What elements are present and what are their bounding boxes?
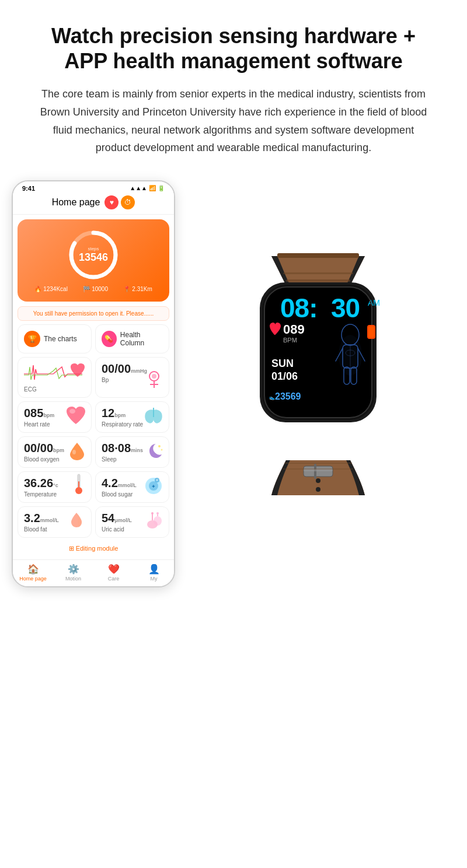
sleep-item[interactable]: 08·08mins Sleep (95, 436, 169, 468)
svg-point-50 (316, 487, 320, 492)
svg-point-24 (156, 512, 159, 514)
watch-side-button-svg (367, 320, 379, 344)
uric-icon (142, 508, 165, 534)
steps-value: 13546 (79, 251, 108, 264)
fat-uric-row: 3.2mmol/L Blood fat 54μmol/L (13, 506, 174, 538)
location-icon: 📍 (123, 286, 130, 292)
permission-banner: You still have permission to open it. Pl… (18, 306, 169, 321)
fat-item[interactable]: 3.2mmol/L Blood fat (18, 506, 92, 538)
distance-value: 2.31Km (132, 286, 152, 292)
steps-center: steps 13546 (79, 246, 108, 264)
goal-value: 10000 (92, 286, 108, 292)
steps-ring: steps 13546 (67, 229, 120, 281)
temp-sugar-row: 36.26°c Temperature 4.2mmol/L (13, 471, 174, 503)
calories-stat: 🔥 1234Kcal (34, 286, 68, 292)
svg-rect-25 (277, 253, 359, 258)
nav-my[interactable]: 👤 My (134, 564, 174, 582)
svg-point-9 (158, 445, 161, 447)
svg-point-49 (316, 478, 320, 483)
battery-icon: 🔋 (158, 185, 165, 191)
bp-item[interactable]: 00/00mmHg Bp (95, 357, 169, 398)
svg-text:SUN: SUN (271, 358, 294, 369)
care-nav-label: Care (108, 576, 120, 582)
health-column-label: Health Column (120, 331, 163, 347)
flag-icon: 🏁 (83, 286, 90, 292)
header-section: Watch precision sensing hardware + APP h… (0, 0, 467, 169)
uric-item[interactable]: 54μmol/L Uric acid (95, 506, 169, 538)
bottom-nav: 🏠 Home page ⚙️ Motion ❤️ Care 👤 My (13, 559, 174, 586)
bp-icon (143, 369, 165, 394)
ecg-item[interactable]: ECG (18, 357, 92, 398)
ecg-heart (69, 362, 86, 381)
grid-icon: ⊞ (69, 545, 76, 552)
my-nav-icon: 👤 (148, 564, 160, 575)
svg-text:01/06: 01/06 (271, 370, 298, 382)
steps-stats: 🔥 1234Kcal 🏁 10000 📍 2.31Km (27, 286, 160, 292)
resp-unit: bpm (114, 412, 126, 418)
phone-header: Home page ♥ ⏱ (13, 193, 174, 215)
svg-rect-57 (368, 326, 374, 338)
charts-health-row: 🏆 The charts 💊 Health Column (13, 324, 174, 354)
svg-rect-27 (283, 272, 353, 274)
heart-resp-row: 085bpm Heart rate 12bpm (13, 401, 174, 433)
my-nav-label: My (151, 576, 158, 582)
content-area: 9:41 ▲▲▲ 📶 🔋 Home page ♥ ⏱ (0, 169, 467, 611)
signal-icon: ▲▲▲ (130, 185, 147, 191)
status-bar: 9:41 ▲▲▲ 📶 🔋 (13, 181, 174, 193)
home-page-label: Home page (52, 197, 100, 208)
wifi-icon: 📶 (149, 185, 156, 191)
header-icon-1: ♥ (104, 195, 119, 209)
moon-icon (144, 440, 165, 464)
heart-icon (64, 405, 88, 429)
phone-mockup: 9:41 ▲▲▲ 📶 🔋 Home page ♥ ⏱ (12, 180, 175, 587)
svg-text:08:: 08: (280, 293, 317, 323)
svg-text:👟: 👟 (269, 394, 275, 400)
svg-text:BPM: BPM (283, 337, 297, 344)
svg-rect-26 (286, 279, 350, 282)
care-nav-icon: ❤️ (108, 564, 120, 575)
svg-text:+: + (152, 484, 155, 489)
svg-point-10 (161, 449, 163, 450)
svg-point-20 (154, 516, 162, 526)
svg-text:30: 30 (331, 293, 360, 323)
watch-area: 08: 30 AM 089 BPM (181, 180, 455, 542)
steps-card: steps 13546 🔥 1234Kcal 🏁 10000 📍 2.31Km (18, 219, 169, 302)
charts-icon: 🏆 (24, 331, 40, 347)
home-nav-icon: 🏠 (27, 564, 39, 575)
header-icon-2: ⏱ (121, 195, 135, 209)
heart-item[interactable]: 085bpm Heart rate (18, 401, 92, 433)
subtitle-text: The core team is mainly from senior expe… (35, 85, 432, 156)
svg-point-7 (69, 409, 75, 414)
status-icons: ▲▲▲ 📶 🔋 (130, 185, 165, 191)
spo2-sleep-row: 00/00bpm Blood oxygen 08·08mins (13, 436, 174, 468)
distance-stat: 📍 2.31Km (123, 286, 152, 292)
svg-point-23 (151, 512, 154, 514)
thermometer-icon (70, 472, 88, 499)
nav-care[interactable]: ❤️ Care (93, 564, 134, 582)
ecg-row: ECG 00/00mmHg Bp (13, 357, 174, 398)
heart-unit: bpm (43, 412, 54, 418)
svg-point-8 (72, 450, 76, 454)
lungs-icon (142, 405, 165, 429)
editing-module[interactable]: ⊞ Editing module (13, 541, 174, 556)
health-icon: 💊 (102, 331, 117, 347)
ecg-label: ECG (24, 386, 85, 393)
charts-item[interactable]: 🏆 The charts (18, 324, 92, 354)
status-time: 9:41 (22, 185, 35, 192)
spo2-item[interactable]: 00/00bpm Blood oxygen (18, 436, 92, 468)
steps-ring-container: steps 13546 (27, 229, 160, 281)
goal-stat: 🏁 10000 (83, 286, 108, 292)
motion-nav-label: Motion (65, 576, 81, 582)
svg-point-17 (156, 479, 158, 481)
steps-label: steps (79, 246, 108, 251)
resp-item[interactable]: 12bpm Respiratory rate (95, 401, 169, 433)
temp-item[interactable]: 36.26°c Temperature (18, 471, 92, 503)
svg-text:23569: 23569 (275, 391, 301, 401)
watch-container: 08: 30 AM 089 BPM (196, 250, 441, 542)
main-title: Watch precision sensing hardware + APP h… (35, 23, 432, 74)
sugar-item[interactable]: 4.2mmol/L + Blood sugar (95, 471, 169, 503)
nav-home[interactable]: 🏠 Home page (13, 564, 53, 582)
calories-value: 1234Kcal (43, 286, 68, 292)
health-column-item[interactable]: 💊 Health Column (95, 324, 169, 354)
nav-motion[interactable]: ⚙️ Motion (53, 564, 93, 582)
